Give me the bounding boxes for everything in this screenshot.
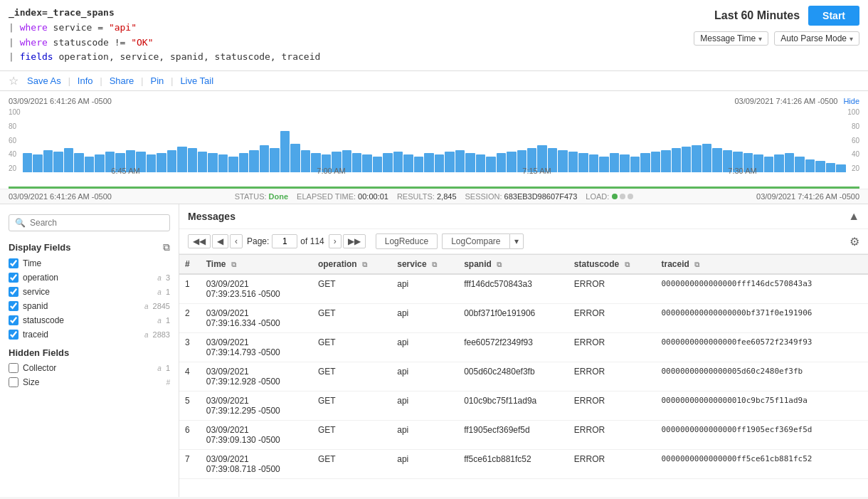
chart-progress-bar [9,187,859,189]
last-page-button[interactable]: ▶▶ [343,234,366,248]
messages-title: Messages [188,211,235,222]
cell-statuscode: ERROR [568,274,656,304]
cell-time: 03/09/202107:39:12.295 -0500 [201,392,312,421]
log-compare-dropdown[interactable]: ▾ [509,233,524,249]
field-checkbox[interactable] [9,301,18,311]
status-bar: 03/09/2021 6:41:26 AM -0500 STATUS: Done… [0,189,868,204]
field-checkbox[interactable] [9,363,18,373]
next-page-button[interactable]: › [329,234,342,248]
query-index: _index=_trace_spans [9,7,115,18]
session-label: SESSION: [465,192,502,201]
th-statuscode: statuscode ⧉ [568,255,656,275]
toolbar: ☆ Save As | Info | Share | Pin | Live Ta… [0,71,868,91]
field-checkbox[interactable] [9,315,18,325]
save-as-link[interactable]: Save As [24,74,64,88]
page-number-input[interactable] [272,234,297,248]
status-label: STATUS: [235,192,267,201]
y-axis-left: 100 80 60 40 20 [9,108,21,172]
search-input[interactable] [30,218,164,228]
cell-spanid: 005d60c2480ef3fb [458,362,568,392]
settings-icon[interactable]: ⚙ [850,235,859,248]
field-name: traceid [23,330,140,340]
share-link[interactable]: Share [107,74,137,88]
display-field-item: service a 1 [0,285,179,299]
live-tail-link[interactable]: Live Tail [177,74,216,88]
cell-num: 6 [179,421,201,450]
query-where-1: where [20,22,48,33]
page-input-area: Page: of 114 [247,234,324,248]
chart-start-time: 03/09/2021 6:41:26 AM -0500 [9,97,112,105]
field-checkbox[interactable] [9,273,18,283]
chart-end-time: 03/09/2021 7:41:26 AM -0500 [734,97,837,105]
time-col-icon: ⧉ [231,261,236,268]
page-label: Page: [247,236,269,246]
hidden-field-item: Size # [0,375,179,389]
chart-area: 03/09/2021 6:41:26 AM -0500 03/09/2021 7… [0,91,868,189]
log-compare-button[interactable]: LogCompare [442,233,509,249]
field-type: a [157,288,162,296]
star-icon[interactable]: ☆ [9,74,18,88]
query-val-1: "api" [109,22,137,33]
cell-operation: GET [312,304,391,333]
first-page-button[interactable]: ◀◀ [188,234,211,248]
chart-wrapper: 100 80 60 40 20 100 80 60 40 20 6:45 AM … [9,108,859,187]
field-checkbox[interactable] [9,377,18,387]
cell-traceid: 000000000000000010c9bc75f11ad9a [655,392,868,421]
th-operation: operation ⧉ [312,255,391,275]
cell-traceid: 0000000000000000fee60572f2349f93 [655,333,868,362]
log-reduce-button[interactable]: LogReduce [376,233,438,249]
cell-time: 03/09/202107:39:12.928 -0500 [201,362,312,392]
pin-link[interactable]: Pin [147,74,166,88]
table-scroll[interactable]: # Time ⧉ operation ⧉ service ⧉ spanid ⧉ … [179,254,868,497]
auto-parse-dropdown[interactable]: Auto Parse Mode ▾ [774,31,859,46]
results-value: 2,845 [437,192,457,201]
load-dot-2 [620,194,625,199]
prev-page-button-2[interactable]: ‹ [230,234,243,248]
th-time: Time ⧉ [201,255,312,275]
table-row: 1 03/09/202107:39:23.516 -0500 GET api f… [179,274,868,304]
field-checkbox[interactable] [9,287,18,297]
hidden-fields-title: Hidden Fields [9,347,69,358]
start-button[interactable]: Start [808,6,859,26]
display-field-item: operation a 3 [0,270,179,285]
cell-statuscode: ERROR [568,421,656,450]
cell-spanid: fff146dc570843a3 [458,274,568,304]
cell-time: 03/09/202107:39:14.793 -0500 [201,333,312,362]
session-value: 683EB3D98607F473 [504,192,578,201]
elapsed-value: 00:00:01 [358,192,388,201]
prev-page-button[interactable]: ◀ [212,234,228,248]
info-link[interactable]: Info [75,74,96,88]
cell-traceid: 0000000000000000ff5ce61cb881fc52 [655,450,868,479]
cell-operation: GET [312,421,391,450]
cell-time: 03/09/202107:39:08.718 -0500 [201,450,312,479]
top-right: Last 60 Minutes Start [632,6,859,26]
query-field-1: service = [48,22,109,33]
table-head: # Time ⧉ operation ⧉ service ⧉ spanid ⧉ … [179,255,868,275]
message-time-dropdown[interactable]: Message Time ▾ [694,31,768,46]
cell-statuscode: ERROR [568,450,656,479]
cell-time: 03/09/202107:39:09.130 -0500 [201,421,312,450]
field-name: operation [23,273,153,283]
cell-service: api [391,304,458,333]
cell-num: 7 [179,450,201,479]
hide-chart-link[interactable]: Hide [843,97,859,105]
query-pipe-2: | [9,37,20,48]
field-count: 2883 [153,330,170,339]
display-field-item: Time [0,256,179,270]
collapse-icon[interactable]: ▲ [848,210,859,223]
cell-traceid: 000000000000000000bf371f0e191906 [655,304,868,333]
field-checkbox[interactable] [9,330,18,340]
load-label: LOAD: [586,192,609,201]
cell-operation: GET [312,450,391,479]
field-type: a [157,364,162,372]
op-col-icon: ⧉ [362,261,367,268]
query-pipe-1: | [9,22,20,33]
table-row: 5 03/09/202107:39:12.295 -0500 GET api 0… [179,392,868,421]
cell-num: 5 [179,392,201,421]
cell-time: 03/09/202107:39:16.334 -0500 [201,304,312,333]
display-fields-title: Display Fields [9,242,70,253]
cell-service: api [391,392,458,421]
field-checkbox[interactable] [9,258,18,268]
display-fields-list: Time operation a 3 service a 1 spanid a … [0,256,179,342]
display-fields-copy-icon[interactable]: ⧉ [163,241,170,253]
